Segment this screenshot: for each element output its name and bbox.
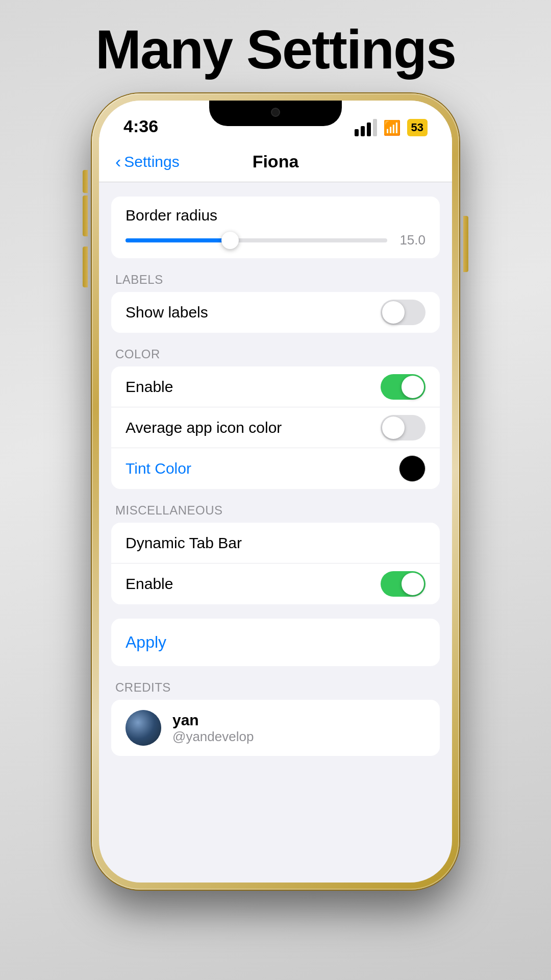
credits-section-header: CREDITS bbox=[115, 680, 436, 695]
notch bbox=[209, 101, 342, 126]
dynamic-tab-bar-row: Dynamic Tab Bar bbox=[111, 523, 440, 564]
border-radius-label: Border radius bbox=[126, 207, 425, 224]
signal-icon bbox=[355, 119, 377, 136]
miscellaneous-section: MISCELLANEOUS Dynamic Tab Bar Enable bbox=[99, 503, 452, 604]
credits-row: yan @yandevelop bbox=[111, 700, 440, 756]
toggle-knob bbox=[402, 573, 424, 595]
show-labels-label: Show labels bbox=[126, 304, 208, 321]
settings-content: Border radius 15.0 LABELS bbox=[99, 182, 452, 776]
show-labels-toggle[interactable] bbox=[381, 300, 425, 325]
labels-card: Show labels bbox=[111, 292, 440, 333]
toggle-knob bbox=[402, 376, 424, 398]
apply-button[interactable]: Apply bbox=[126, 633, 166, 652]
tint-color-label: Tint Color bbox=[126, 460, 191, 477]
misc-enable-toggle[interactable] bbox=[381, 571, 425, 597]
border-radius-card: Border radius 15.0 bbox=[111, 197, 440, 258]
color-section-header: COLOR bbox=[115, 347, 436, 361]
miscellaneous-card: Dynamic Tab Bar Enable bbox=[111, 523, 440, 604]
toggle-knob bbox=[382, 416, 405, 439]
misc-enable-row: Enable bbox=[111, 564, 440, 604]
tint-color-row[interactable]: Tint Color bbox=[111, 448, 440, 489]
border-radius-slider-row: Border radius 15.0 bbox=[111, 197, 440, 258]
color-enable-toggle[interactable] bbox=[381, 374, 425, 400]
border-radius-section: Border radius 15.0 bbox=[99, 197, 452, 258]
color-section: COLOR Enable Average app icon color bbox=[99, 347, 452, 489]
show-labels-row: Show labels bbox=[111, 292, 440, 333]
miscellaneous-section-header: MISCELLANEOUS bbox=[115, 503, 436, 518]
average-app-icon-label: Average app icon color bbox=[126, 419, 282, 436]
slider-value: 15.0 bbox=[397, 232, 425, 248]
apply-card[interactable]: Apply bbox=[111, 619, 440, 666]
color-enable-row: Enable bbox=[111, 366, 440, 407]
credits-card: yan @yandevelop bbox=[111, 700, 440, 756]
slider-track[interactable] bbox=[126, 238, 387, 242]
status-time: 4:36 bbox=[123, 116, 158, 136]
avatar-image bbox=[126, 710, 161, 746]
power-button[interactable] bbox=[463, 216, 468, 272]
credits-name: yan bbox=[172, 712, 254, 729]
status-icons: 📶 53 bbox=[355, 119, 428, 136]
battery-indicator: 53 bbox=[407, 119, 428, 136]
mute-button[interactable] bbox=[83, 170, 88, 193]
volume-up-button[interactable] bbox=[83, 195, 88, 236]
back-button[interactable]: ‹ Settings bbox=[115, 152, 180, 172]
average-app-icon-row: Average app icon color bbox=[111, 407, 440, 448]
slider-thumb[interactable] bbox=[221, 232, 239, 249]
volume-down-button[interactable] bbox=[83, 247, 88, 287]
navigation-bar: ‹ Settings Fiona bbox=[99, 141, 452, 182]
navigation-title: Fiona bbox=[253, 152, 299, 172]
avatar bbox=[126, 710, 161, 746]
misc-enable-label: Enable bbox=[126, 575, 173, 593]
color-enable-label: Enable bbox=[126, 378, 173, 396]
phone-screen: 4:36 📶 53 ‹ Settings Fiona bbox=[99, 101, 452, 883]
credits-text: yan @yandevelop bbox=[172, 712, 254, 745]
average-app-icon-toggle[interactable] bbox=[381, 415, 425, 440]
page-title: Many Settings bbox=[95, 20, 456, 78]
slider-container: 15.0 bbox=[126, 232, 425, 248]
credits-section: CREDITS yan @yandevelop bbox=[99, 680, 452, 756]
slider-fill bbox=[126, 238, 230, 242]
chevron-left-icon: ‹ bbox=[115, 152, 121, 172]
back-label: Settings bbox=[124, 153, 179, 170]
color-card: Enable Average app icon color Tint Color bbox=[111, 366, 440, 489]
phone-shell: 4:36 📶 53 ‹ Settings Fiona bbox=[92, 93, 459, 890]
credits-handle: @yandevelop bbox=[172, 729, 254, 745]
toggle-knob bbox=[382, 301, 405, 324]
labels-section: LABELS Show labels bbox=[99, 273, 452, 333]
wifi-icon: 📶 bbox=[383, 119, 401, 136]
tint-color-swatch[interactable] bbox=[399, 455, 425, 482]
labels-section-header: LABELS bbox=[115, 273, 436, 287]
dynamic-tab-bar-label: Dynamic Tab Bar bbox=[126, 534, 242, 552]
